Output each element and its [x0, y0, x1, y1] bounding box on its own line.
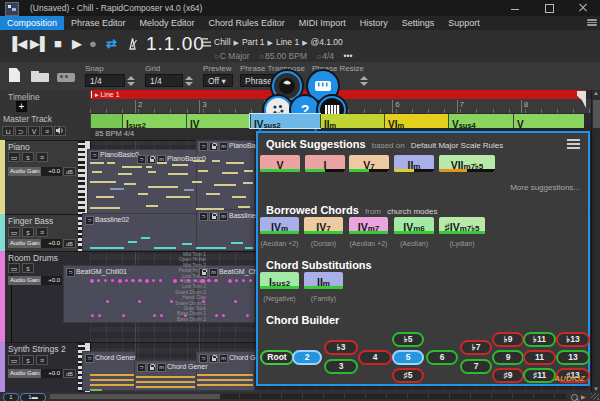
menu-item-composition[interactable]: Composition	[0, 16, 64, 30]
audio-gain-slider[interactable]: Audio Gain+0.0	[8, 369, 62, 378]
builder-pill-♭11[interactable]: ♭11	[523, 332, 556, 347]
track-button-s[interactable]: s	[22, 227, 34, 237]
resize-grip[interactable]	[591, 393, 599, 400]
more-suggestions-link[interactable]: More suggestions...	[510, 183, 580, 192]
record-button[interactable]: ●	[89, 36, 97, 52]
add-line-button[interactable]: +	[16, 101, 27, 112]
master-speaker-button[interactable]	[54, 126, 66, 136]
db-button[interactable]: dB	[63, 167, 76, 176]
track-button-s[interactable]: s	[22, 152, 34, 162]
breadcrumb-item[interactable]: Chill	[214, 37, 231, 47]
audio-gain-slider[interactable]: Audio Gain+0.0	[8, 239, 62, 248]
more-options-button[interactable]: •••	[344, 51, 353, 61]
layers-icon[interactable]	[587, 19, 597, 27]
scale-rules-value[interactable]: Default Major Scale Rules	[411, 141, 503, 150]
chord-chip-I[interactable]: I	[305, 155, 345, 172]
builder-pill-5[interactable]: 5	[392, 350, 424, 365]
phrase-chip[interactable]: ⊃Bassline02	[85, 216, 129, 225]
track-button-▭[interactable]: ▭	[8, 263, 20, 273]
phrase-chip[interactable]: ⊃mPianoBa	[199, 142, 255, 151]
chord-chip-VIIm7♭5[interactable]: VIIm7♭5	[439, 155, 495, 172]
phrase-chip[interactable]: ⊃PianoBasic0	[90, 151, 139, 160]
scroll-right-icon[interactable]: ▶	[581, 393, 586, 400]
menu-item-settings[interactable]: Settings	[395, 16, 442, 30]
builder-pill-4[interactable]: 4	[358, 350, 392, 365]
close-button[interactable]	[566, 0, 600, 16]
zoom-preset-2-button[interactable]: 1▬	[20, 393, 46, 401]
chord-chip-♯IVm7♭5[interactable]: ♯IVm7♭5	[439, 217, 485, 234]
chord-chip-Isus2[interactable]: Isus2	[260, 272, 299, 289]
menu-item-melody-editor[interactable]: Melody Editor	[133, 16, 202, 30]
builder-pill-7[interactable]: 7	[460, 359, 492, 374]
menu-item-support[interactable]: Support	[441, 16, 487, 30]
grid-stepper[interactable]	[185, 74, 194, 87]
phrase-chip[interactable]: mBeatGM_Ch	[199, 268, 258, 277]
menu-item-midi-import[interactable]: MIDI Import	[292, 16, 353, 30]
phrase-chip[interactable]: ⊃Chord Gener	[85, 354, 135, 363]
key-setting[interactable]: ○C Major	[214, 51, 250, 61]
builder-pill-♭7[interactable]: ♭7	[460, 340, 492, 355]
track-button-▭[interactable]: ▭	[8, 227, 20, 237]
track-button-s[interactable]: s	[22, 263, 34, 273]
preview-select[interactable]: Off ▾	[203, 74, 233, 87]
builder-pill-♭5[interactable]: ♭5	[392, 332, 424, 347]
master-chord-VIm[interactable]: VIm	[384, 114, 448, 128]
snap-stepper[interactable]	[127, 74, 136, 87]
breadcrumb-item[interactable]: @4.1.00	[311, 37, 343, 47]
track-button-≡[interactable]: ≡	[36, 355, 48, 365]
track-button-≡[interactable]: ≡	[36, 227, 48, 237]
chord-chip-IV7[interactable]: IV7	[304, 217, 343, 234]
open-folder-icon[interactable]	[31, 73, 49, 82]
builder-pill-♭3[interactable]: ♭3	[324, 340, 358, 355]
track-button-s[interactable]: s	[22, 355, 34, 365]
audio-gain-slider[interactable]: Audio Gain+0.0	[8, 167, 62, 176]
master-button-0[interactable]: ⊔	[2, 126, 14, 136]
builder-pill-13[interactable]: 13	[556, 350, 590, 365]
magnifier-icon[interactable]	[571, 394, 578, 401]
skip-start-button[interactable]: ▐◀	[8, 36, 27, 52]
breadcrumb-item[interactable]: Part 1	[242, 37, 265, 47]
vertical-scroll-thumb[interactable]	[593, 100, 600, 128]
builder-pill-6[interactable]: 6	[426, 350, 458, 365]
stop-button[interactable]: ■	[54, 36, 62, 52]
resize-stepper[interactable]	[360, 74, 369, 87]
builder-pill-3[interactable]: 3	[324, 359, 358, 374]
scroll-up-icon[interactable]: ▲	[593, 90, 599, 96]
church-modes-value[interactable]: church modes	[387, 207, 437, 216]
phrase-region[interactable]	[197, 141, 254, 213]
chord-chip-IVm7[interactable]: IVm7	[349, 217, 388, 234]
zoom-preset-1-button[interactable]: 1	[3, 393, 19, 401]
breadcrumb-item[interactable]: Line 1	[276, 37, 299, 47]
track-button-▭[interactable]: ▭	[8, 152, 20, 162]
vertical-scrollbar[interactable]: ▲ ▼	[591, 90, 600, 392]
builder-pill-♯11[interactable]: ♯11	[523, 368, 556, 383]
phrase-chip[interactable]: ⊃mChord Ge	[199, 354, 259, 363]
chord-chip-IIm[interactable]: IIm	[304, 272, 343, 289]
master-chord-IIm[interactable]: IIm	[320, 114, 384, 128]
chord-chip-V7[interactable]: V7	[349, 155, 389, 172]
tempo-setting[interactable]: ○85.00 BPM	[259, 51, 307, 61]
phrase-chip[interactable]: ⊃mBassline0	[199, 212, 259, 221]
track-button-≡[interactable]: ≡	[36, 152, 48, 162]
track-button-▭[interactable]: ▭	[8, 355, 20, 365]
master-chord-V[interactable]: V	[513, 114, 584, 128]
builder-pill-9[interactable]: 9	[492, 350, 524, 365]
skip-end-button[interactable]: ▶▌	[30, 36, 49, 52]
builder-pill-♯9[interactable]: ♯9	[492, 368, 524, 383]
horizontal-scroll-track[interactable]	[50, 394, 566, 399]
minimize-button[interactable]	[498, 0, 532, 16]
master-button-2[interactable]: V	[28, 126, 40, 136]
breadcrumb[interactable]: Chill▶Part 1▶Line 1▶@4.1.00	[214, 37, 343, 47]
popup-menu-icon[interactable]	[567, 139, 580, 149]
menu-item-phrase-editor[interactable]: Phrase Editor	[64, 16, 133, 30]
chord-chip-IIm[interactable]: IIm	[394, 155, 434, 172]
master-chord-Vsus4[interactable]: Vsus4	[448, 114, 513, 128]
grid-select[interactable]: 1/4	[145, 74, 183, 87]
builder-pill-11[interactable]: 11	[523, 350, 556, 365]
menu-item-chord-rules-editor[interactable]: Chord Rules Editor	[202, 16, 292, 30]
db-button[interactable]: dB	[63, 239, 76, 248]
phrase-chip[interactable]: ⊃BeatGM_Chill01	[66, 268, 127, 277]
builder-pill-♯5[interactable]: ♯5	[392, 368, 424, 383]
master-chord-partial[interactable]	[90, 114, 122, 128]
master-chord-IVsus2[interactable]: IVsus2	[250, 114, 320, 128]
